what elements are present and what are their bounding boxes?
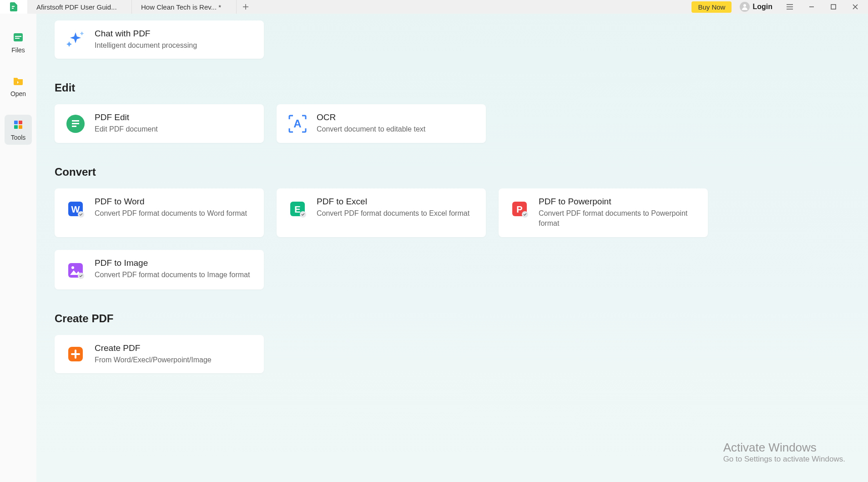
- minimize-icon: [808, 4, 815, 10]
- pdf-to-excel-desc: Convert PDF format documents to Excel fo…: [317, 208, 469, 218]
- ocr-card[interactable]: A OCR Convert document to editable text: [277, 104, 486, 142]
- buy-now-button[interactable]: Buy Now: [691, 1, 732, 13]
- pdf-to-excel-text: PDF to Excel Convert PDF format document…: [317, 197, 469, 218]
- convert-row-2: PDF to Image Convert PDF format document…: [55, 250, 850, 289]
- pdf-to-excel-card[interactable]: E PDF to Excel Convert PDF format docume…: [277, 188, 486, 237]
- titlebar: Afirstsoft PDF User Guid... How Clean Te…: [0, 0, 868, 14]
- plus-icon: [242, 3, 249, 10]
- pdf-to-image-text: PDF to Image Convert PDF format document…: [95, 258, 250, 280]
- convert-heading: Convert: [55, 166, 850, 178]
- maximize-icon: [830, 4, 837, 10]
- pdf-to-word-desc: Convert PDF format documents to Word for…: [95, 208, 247, 218]
- menu-button[interactable]: [781, 0, 799, 14]
- pdf-to-word-text: PDF to Word Convert PDF format documents…: [95, 197, 247, 218]
- svg-point-21: [71, 266, 74, 269]
- tab-1[interactable]: Afirstsoft PDF User Guid...: [27, 0, 132, 14]
- pdf-to-word-title: PDF to Word: [95, 197, 247, 207]
- create-row: Create PDF From Word/Execl/Powerpoint/Im…: [55, 335, 850, 373]
- pdf-edit-text: PDF Edit Edit PDF document: [95, 112, 158, 134]
- create-pdf-desc: From Word/Execl/Powerpoint/Image: [95, 355, 212, 365]
- login-label: Login: [752, 3, 772, 11]
- convert-row-1: W PDF to Word Convert PDF format documen…: [55, 188, 850, 237]
- chat-pdf-title: Chat with PDF: [95, 29, 197, 39]
- sidebar-files-label: Files: [11, 46, 25, 54]
- create-pdf-title: Create PDF: [95, 343, 212, 353]
- close-button[interactable]: [846, 0, 864, 14]
- edit-row: PDF Edit Edit PDF document A OCR Convert…: [55, 104, 850, 142]
- menu-icon: [786, 3, 794, 11]
- sidebar: Files Open Tools: [0, 14, 36, 482]
- login-button[interactable]: Login: [735, 2, 777, 12]
- create-pdf-card[interactable]: Create PDF From Word/Execl/Powerpoint/Im…: [55, 335, 264, 373]
- svg-text:A: A: [293, 117, 301, 130]
- files-icon: [12, 31, 25, 44]
- windows-watermark: Activate Windows Go to Settings to activ…: [723, 441, 845, 464]
- ocr-text: OCR Convert document to editable text: [317, 112, 425, 134]
- pdf-to-ppt-text: PDF to Powerpoint Convert PDF format doc…: [539, 197, 698, 229]
- svg-rect-4: [15, 38, 20, 39]
- svg-rect-3: [15, 36, 21, 37]
- ocr-icon: A: [287, 113, 308, 135]
- svg-rect-6: [19, 121, 22, 124]
- sidebar-tools-label: Tools: [11, 134, 26, 141]
- pdf-to-ppt-desc: Convert PDF format documents to Powerpoi…: [539, 208, 698, 229]
- minimize-button[interactable]: [802, 0, 821, 14]
- close-icon: [852, 4, 858, 10]
- buy-now-label: Buy Now: [698, 3, 725, 11]
- pdf-to-image-title: PDF to Image: [95, 258, 250, 268]
- chat-pdf-text: Chat with PDF Intelligent document proce…: [95, 29, 197, 51]
- pdf-to-image-desc: Convert PDF format documents to Image fo…: [95, 270, 250, 280]
- main-content: Chat with PDF Intelligent document proce…: [36, 14, 868, 482]
- chat-pdf-card[interactable]: Chat with PDF Intelligent document proce…: [55, 20, 264, 59]
- maximize-button[interactable]: [824, 0, 843, 14]
- sidebar-open-label: Open: [10, 90, 26, 97]
- ocr-title: OCR: [317, 112, 425, 122]
- app-body: Files Open Tools Chat with PDF Intellige…: [0, 14, 868, 482]
- svg-rect-7: [14, 125, 18, 129]
- sidebar-item-files[interactable]: Files: [5, 27, 32, 57]
- pdf-to-ppt-title: PDF to Powerpoint: [539, 197, 698, 207]
- tabs-area: Afirstsoft PDF User Guid... How Clean Te…: [27, 0, 691, 14]
- pdf-to-excel-title: PDF to Excel: [317, 197, 469, 207]
- tools-icon: [12, 118, 25, 131]
- titlebar-right: Buy Now Login: [691, 0, 868, 14]
- svg-point-0: [743, 4, 746, 7]
- app-logo-tab[interactable]: [0, 0, 27, 14]
- excel-icon: E: [287, 198, 308, 220]
- word-icon: W: [65, 198, 86, 220]
- svg-text:P: P: [516, 204, 522, 214]
- tab-2-label: How Clean Tech is Rev... *: [141, 3, 221, 11]
- edit-heading: Edit: [55, 81, 850, 94]
- sparkle-icon: [65, 29, 86, 51]
- chat-pdf-desc: Intelligent document processing: [95, 41, 197, 51]
- pdf-to-word-card[interactable]: W PDF to Word Convert PDF format documen…: [55, 188, 264, 237]
- pdf-edit-icon: [65, 113, 86, 135]
- create-pdf-icon: [65, 343, 86, 365]
- pdf-to-image-card[interactable]: PDF to Image Convert PDF format document…: [55, 250, 264, 289]
- create-pdf-text: Create PDF From Word/Execl/Powerpoint/Im…: [95, 343, 212, 365]
- new-tab-button[interactable]: [237, 0, 255, 14]
- image-icon: [65, 259, 86, 281]
- svg-rect-1: [831, 5, 836, 9]
- pdf-edit-title: PDF Edit: [95, 112, 158, 122]
- pdf-to-ppt-card[interactable]: P PDF to Powerpoint Convert PDF format d…: [499, 188, 708, 237]
- svg-text:E: E: [294, 204, 300, 214]
- watermark-title: Activate Windows: [723, 441, 845, 455]
- tab-2[interactable]: How Clean Tech is Rev... *: [132, 0, 237, 14]
- sidebar-item-open[interactable]: Open: [5, 71, 32, 101]
- open-icon: [12, 75, 25, 87]
- avatar-icon: [740, 2, 750, 12]
- powerpoint-icon: P: [509, 198, 530, 220]
- tab-1-label: Afirstsoft PDF User Guid...: [36, 3, 117, 11]
- create-heading: Create PDF: [55, 312, 850, 325]
- svg-rect-5: [14, 121, 18, 124]
- svg-rect-8: [19, 125, 22, 129]
- ocr-desc: Convert document to editable text: [317, 124, 425, 134]
- watermark-sub: Go to Settings to activate Windows.: [723, 455, 845, 464]
- svg-rect-2: [14, 33, 23, 41]
- pdf-edit-card[interactable]: PDF Edit Edit PDF document: [55, 104, 264, 142]
- pdf-edit-desc: Edit PDF document: [95, 124, 158, 134]
- sidebar-item-tools[interactable]: Tools: [5, 115, 32, 145]
- app-logo-icon: [8, 1, 19, 12]
